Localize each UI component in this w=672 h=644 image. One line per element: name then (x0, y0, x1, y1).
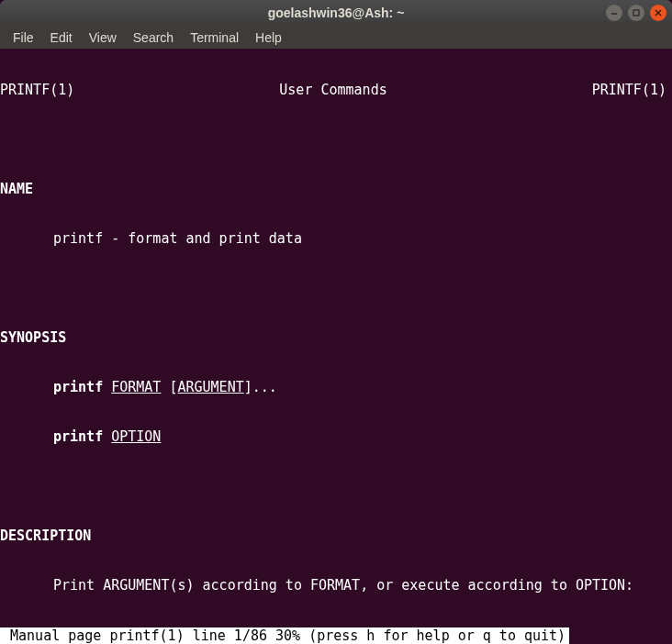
name-body: printf - format and print data (0, 230, 672, 247)
menubar: File Edit View Search Terminal Help (0, 26, 672, 49)
synopsis-cmd: printf (53, 428, 103, 445)
menu-terminal[interactable]: Terminal (183, 28, 246, 47)
menu-view[interactable]: View (82, 28, 124, 47)
man-header-row: PRINTF(1) User Commands PRINTF(1) (0, 82, 672, 98)
section-synopsis-heading: SYNOPSIS (0, 329, 672, 346)
man-header-left: PRINTF(1) (0, 82, 74, 98)
close-icon[interactable] (650, 5, 666, 21)
svg-rect-1 (633, 10, 639, 16)
minimize-icon[interactable] (606, 5, 622, 21)
desc-line-1: Print ARGUMENT(s) according to FORMAT, o… (0, 577, 672, 594)
synopsis-format: FORMAT (111, 379, 161, 395)
synopsis-line-2: printf OPTION (0, 428, 672, 445)
man-status-line: Manual page printf(1) line 1/86 30% (pre… (0, 627, 569, 644)
window-titlebar: goelashwin36@Ash: ~ (0, 0, 672, 26)
section-description-heading: DESCRIPTION (0, 527, 672, 544)
synopsis-argument: ARGUMENT (177, 379, 243, 395)
window-controls (606, 5, 666, 21)
menu-file[interactable]: File (6, 28, 41, 47)
synopsis-line-1: printf FORMAT [ARGUMENT]... (0, 379, 672, 395)
window-title: goelashwin36@Ash: ~ (0, 6, 672, 20)
section-name-heading: NAME (0, 181, 672, 197)
menu-help[interactable]: Help (248, 28, 289, 47)
menu-search[interactable]: Search (126, 28, 181, 47)
synopsis-option: OPTION (111, 428, 161, 445)
terminal-viewport[interactable]: PRINTF(1) User Commands PRINTF(1) NAME p… (0, 49, 672, 644)
menu-edit[interactable]: Edit (43, 28, 80, 47)
man-header-center: User Commands (279, 82, 386, 98)
synopsis-cmd: printf (53, 379, 103, 395)
maximize-icon[interactable] (628, 5, 644, 21)
man-header-right: PRINTF(1) (592, 82, 666, 98)
